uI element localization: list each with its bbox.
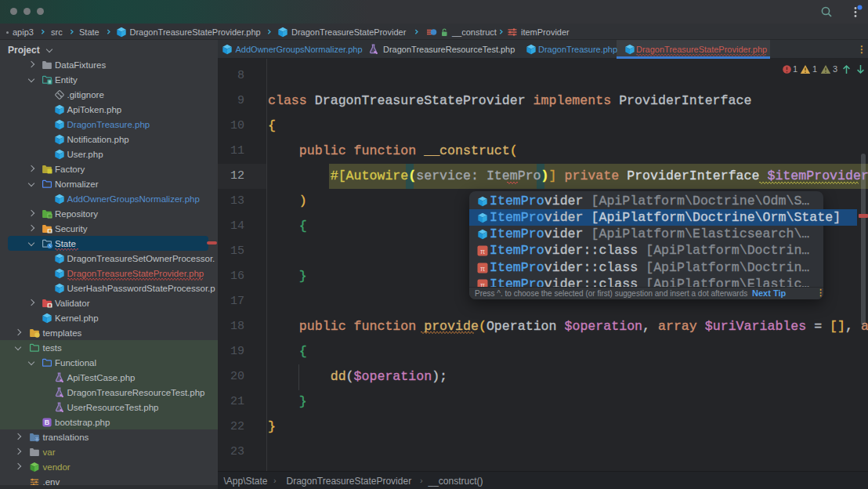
svg-text:B: B [45, 418, 49, 426]
svg-text:π: π [480, 281, 485, 287]
svg-text:π: π [480, 264, 485, 272]
svg-text:π: π [480, 248, 485, 255]
